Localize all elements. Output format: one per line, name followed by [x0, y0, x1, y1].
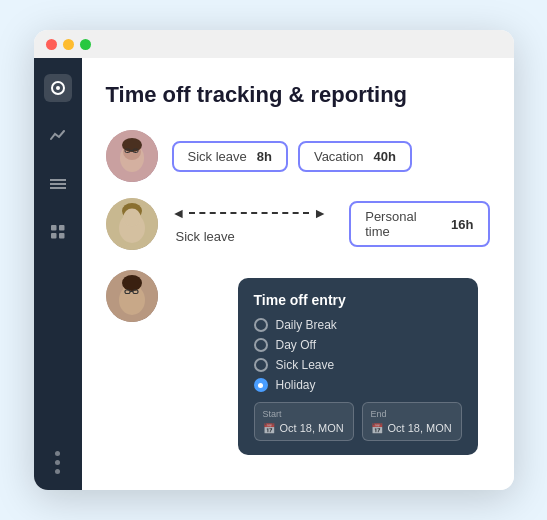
start-date-label: Start	[263, 409, 345, 419]
avatar-2	[106, 198, 158, 250]
close-dot[interactable]	[46, 39, 57, 50]
sidebar-dot-3	[55, 469, 60, 474]
sidebar-bottom-dots	[55, 451, 60, 474]
svg-point-25	[122, 275, 142, 291]
radio-option-3[interactable]: Holiday	[254, 378, 462, 392]
start-date-text: Oct 18, MON	[280, 422, 344, 434]
employee-row-3-wrapper: Time off entry Daily Break Day Off Sick …	[106, 266, 490, 455]
sidebar-dot-1	[55, 451, 60, 456]
time-off-card-title: Time off entry	[254, 292, 462, 308]
radio-label-0: Daily Break	[276, 318, 337, 332]
sidebar-icon-list[interactable]	[44, 170, 72, 198]
radio-option-2[interactable]: Sick Leave	[254, 358, 462, 372]
dotted-label: Sick leave	[172, 229, 235, 244]
end-date-value: 📅 Oct 18, MON	[371, 422, 453, 434]
employee-row-1: Sick leave 8h Vacation 40h	[106, 130, 490, 182]
radio-option-1[interactable]: Day Off	[254, 338, 462, 352]
personal-time-label: Personal time	[365, 209, 441, 239]
personal-time-tag: Personal time 16h	[349, 201, 489, 247]
vacation-label: Vacation	[314, 149, 364, 164]
tags-row-2: Personal time 16h	[349, 201, 489, 247]
arrow-left-icon: ◄	[172, 205, 186, 221]
main-content: Time off tracking & reporting	[82, 58, 514, 490]
maximize-dot[interactable]	[80, 39, 91, 50]
start-date-field[interactable]: Start 📅 Oct 18, MON	[254, 402, 354, 441]
sidebar-icon-grid[interactable]	[44, 218, 72, 246]
personal-time-value: 16h	[451, 217, 473, 232]
svg-rect-8	[59, 233, 65, 239]
minimize-dot[interactable]	[63, 39, 74, 50]
dotted-row-wrapper: ◄ ► Sick leave	[172, 205, 328, 244]
arrow-right-icon: ►	[313, 205, 327, 221]
svg-rect-6	[59, 225, 65, 231]
sidebar-dot-2	[55, 460, 60, 465]
end-date-text: Oct 18, MON	[388, 422, 452, 434]
employee-rows: Sick leave 8h Vacation 40h	[106, 130, 490, 455]
end-calendar-icon: 📅	[371, 423, 383, 434]
vacation-value: 40h	[374, 149, 396, 164]
app-body: Time off tracking & reporting	[34, 58, 514, 490]
end-date-label: End	[371, 409, 453, 419]
radio-circle-1[interactable]	[254, 338, 268, 352]
radio-option-0[interactable]: Daily Break	[254, 318, 462, 332]
radio-label-1: Day Off	[276, 338, 316, 352]
avatar-3	[106, 270, 158, 322]
svg-point-21	[123, 209, 140, 226]
date-row: Start 📅 Oct 18, MON End 📅 Oct	[254, 402, 462, 441]
time-off-card: Time off entry Daily Break Day Off Sick …	[238, 278, 478, 455]
radio-circle-2[interactable]	[254, 358, 268, 372]
radio-circle-3[interactable]	[254, 378, 268, 392]
radio-circle-0[interactable]	[254, 318, 268, 332]
avatar-1	[106, 130, 158, 182]
sidebar	[34, 58, 82, 490]
tags-row-1: Sick leave 8h Vacation 40h	[172, 141, 412, 172]
end-date-field[interactable]: End 📅 Oct 18, MON	[362, 402, 462, 441]
titlebar	[34, 30, 514, 58]
sidebar-icon-chart[interactable]	[44, 122, 72, 150]
sick-leave-tag: Sick leave 8h	[172, 141, 288, 172]
svg-point-1	[56, 86, 60, 90]
svg-rect-5	[51, 225, 57, 231]
svg-rect-7	[51, 233, 57, 239]
dotted-line-container: ◄ ►	[172, 205, 328, 221]
sick-leave-value: 8h	[257, 149, 272, 164]
sidebar-icon-home[interactable]	[44, 74, 72, 102]
start-calendar-icon: 📅	[263, 423, 275, 434]
employee-row-2: ◄ ► Sick leave Personal time 16h	[106, 198, 490, 250]
radio-label-2: Sick Leave	[276, 358, 335, 372]
start-date-value: 📅 Oct 18, MON	[263, 422, 345, 434]
app-window: Time off tracking & reporting	[34, 30, 514, 490]
radio-label-3: Holiday	[276, 378, 316, 392]
dotted-line	[189, 212, 309, 214]
sick-leave-label: Sick leave	[188, 149, 247, 164]
vacation-tag: Vacation 40h	[298, 141, 412, 172]
page-title: Time off tracking & reporting	[106, 82, 490, 108]
